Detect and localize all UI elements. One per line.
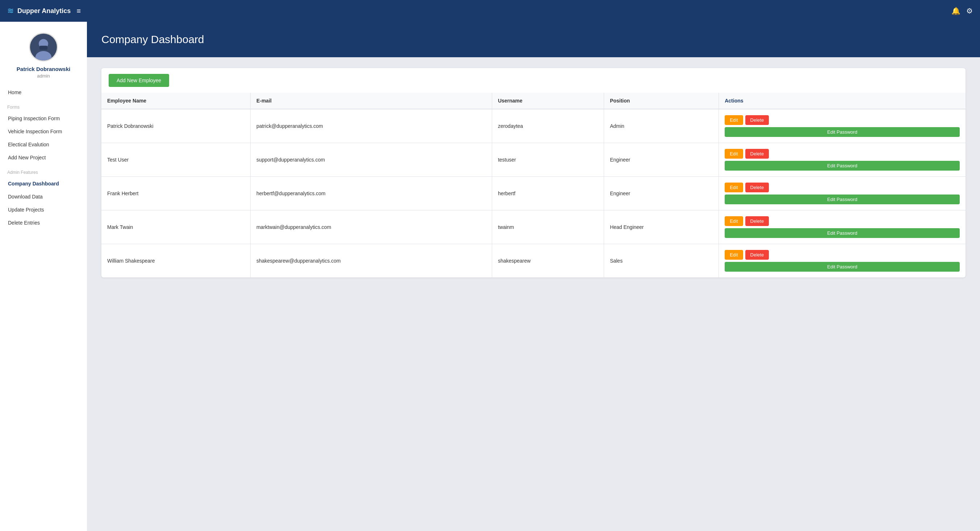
edit-password-button[interactable]: Edit Password [725,161,960,171]
delete-button[interactable]: Delete [745,216,769,226]
edit-password-button[interactable]: Edit Password [725,228,960,238]
col-username: Username [492,93,604,109]
col-actions: Actions [719,93,966,109]
actions-cell: Edit Delete Edit Password [725,250,960,272]
sidebar-item-delete-entries[interactable]: Delete Entries [4,216,83,229]
table-header: Employee Name E-mail Username Position A… [102,93,966,109]
sidebar: Patrick Dobranowski admin Home Forms Pip… [0,22,87,531]
layout: Patrick Dobranowski admin Home Forms Pip… [0,22,980,531]
sidebar-item-piping-inspection[interactable]: Piping Inspection Form [4,112,83,125]
sidebar-item-add-new-project[interactable]: Add New Project [4,151,83,164]
topnav-right: 🔔 ⚙ [951,6,973,15]
cell-position: Admin [604,109,719,143]
sidebar-user-role: admin [37,73,49,79]
edit-button[interactable]: Edit [725,250,743,260]
table-body: Patrick Dobranowski patrick@dupperanalyt… [102,109,966,277]
cell-actions: Edit Delete Edit Password [719,109,966,143]
cell-email: shakespearew@dupperanalytics.com [250,244,492,278]
edit-button[interactable]: Edit [725,149,743,159]
actions-row1: Edit Delete [725,149,769,159]
edit-password-button[interactable]: Edit Password [725,262,960,272]
sidebar-item-vehicle-inspection[interactable]: Vehicle Inspection Form [4,125,83,138]
delete-button[interactable]: Delete [745,115,769,125]
topnav: ≋ Dupper Analytics ≡ 🔔 ⚙ [0,0,980,22]
edit-button[interactable]: Edit [725,216,743,226]
actions-cell: Edit Delete Edit Password [725,216,960,238]
actions-row1: Edit Delete [725,183,769,192]
edit-password-button[interactable]: Edit Password [725,127,960,137]
delete-button[interactable]: Delete [745,183,769,192]
actions-row1: Edit Delete [725,216,769,226]
sidebar-profile: Patrick Dobranowski admin [10,22,78,86]
topnav-logo: ≋ Dupper Analytics [7,6,71,16]
table-row: Frank Herbert herbertf@dupperanalytics.c… [102,177,966,210]
cell-email: patrick@dupperanalytics.com [250,109,492,143]
cell-actions: Edit Delete Edit Password [719,143,966,177]
table-row: William Shakespeare shakespearew@duppera… [102,244,966,278]
sidebar-section-admin: Admin Features [4,164,83,177]
cell-actions: Edit Delete Edit Password [719,210,966,244]
page-title: Company Dashboard [102,33,966,46]
cell-actions: Edit Delete Edit Password [719,244,966,278]
col-email: E-mail [250,93,492,109]
sidebar-item-electrical-evaluation[interactable]: Electical Evalution [4,138,83,151]
actions-cell: Edit Delete Edit Password [725,115,960,137]
sidebar-user-name: Patrick Dobranowski [17,66,70,72]
sidebar-item-home[interactable]: Home [4,86,83,99]
actions-row1: Edit Delete [725,250,769,260]
menu-icon[interactable]: ≡ [76,7,81,15]
col-position: Position [604,93,719,109]
cell-name: William Shakespeare [102,244,250,278]
col-employee-name: Employee Name [102,93,250,109]
cell-name: Frank Herbert [102,177,250,210]
logo-icon: ≋ [7,6,14,16]
brand-name: Dupper Analytics [18,7,71,15]
main: Company Dashboard Add New Employee Emplo… [87,22,980,531]
delete-button[interactable]: Delete [745,250,769,260]
edit-button[interactable]: Edit [725,115,743,125]
actions-cell: Edit Delete Edit Password [725,149,960,171]
cell-position: Head Engineer [604,210,719,244]
cell-position: Sales [604,244,719,278]
settings-icon[interactable]: ⚙ [966,6,973,15]
cell-name: Test User [102,143,250,177]
main-header: Company Dashboard [87,22,980,57]
delete-button[interactable]: Delete [745,149,769,159]
main-content: Add New Employee Employee Name E-mail Us… [87,57,980,288]
avatar [29,33,58,62]
cell-email: support@dupperanalytics.com [250,143,492,177]
cell-username: herbertf [492,177,604,210]
add-employee-button[interactable]: Add New Employee [109,74,169,87]
edit-button[interactable]: Edit [725,183,743,192]
cell-username: testuser [492,143,604,177]
edit-password-button[interactable]: Edit Password [725,194,960,204]
sidebar-item-update-projects[interactable]: Update Projects [4,203,83,216]
cell-position: Engineer [604,177,719,210]
cell-username: zerodaytea [492,109,604,143]
table-row: Mark Twain marktwain@dupperanalytics.com… [102,210,966,244]
actions-cell: Edit Delete Edit Password [725,183,960,204]
employee-table: Employee Name E-mail Username Position A… [102,93,966,277]
svg-rect-3 [40,46,48,49]
sidebar-item-download-data[interactable]: Download Data [4,190,83,203]
actions-row1: Edit Delete [725,115,769,125]
table-row: Test User support@dupperanalytics.com te… [102,143,966,177]
cell-email: herbertf@dupperanalytics.com [250,177,492,210]
sidebar-section-forms: Forms [4,99,83,112]
cell-username: twainm [492,210,604,244]
topnav-left: ≋ Dupper Analytics ≡ [7,6,81,16]
cell-actions: Edit Delete Edit Password [719,177,966,210]
sidebar-item-company-dashboard[interactable]: Company Dashboard [4,177,83,190]
sidebar-nav: Home Forms Piping Inspection Form Vehicl… [0,86,87,229]
card-toolbar: Add New Employee [102,68,966,93]
cell-username: shakespearew [492,244,604,278]
cell-position: Engineer [604,143,719,177]
table-row: Patrick Dobranowski patrick@dupperanalyt… [102,109,966,143]
cell-name: Mark Twain [102,210,250,244]
cell-name: Patrick Dobranowski [102,109,250,143]
notification-icon[interactable]: 🔔 [951,6,961,15]
cell-email: marktwain@dupperanalytics.com [250,210,492,244]
employee-card: Add New Employee Employee Name E-mail Us… [102,68,966,277]
